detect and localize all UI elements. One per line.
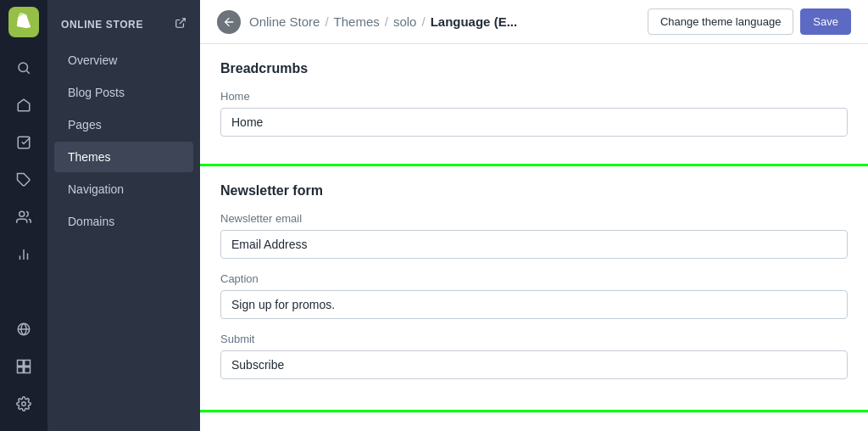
svg-point-13 xyxy=(22,402,26,406)
sidebar-item-themes[interactable]: Themes xyxy=(54,142,193,172)
home-field-label: Home xyxy=(220,90,848,103)
change-theme-language-button[interactable]: Change theme language xyxy=(648,8,793,35)
sidebar-title: Online Store xyxy=(61,19,143,31)
breadcrumb-solo[interactable]: solo xyxy=(393,14,417,29)
svg-rect-9 xyxy=(18,361,24,367)
home-field-group: Home xyxy=(220,90,848,137)
save-button[interactable]: Save xyxy=(800,8,851,35)
sidebar-item-navigation[interactable]: Navigation xyxy=(54,174,193,204)
search-section: Search xyxy=(200,412,868,431)
svg-rect-10 xyxy=(25,361,31,367)
svg-rect-12 xyxy=(25,367,31,373)
shopify-logo[interactable] xyxy=(8,7,39,37)
newsletter-email-input[interactable] xyxy=(220,230,848,259)
sidebar: Online Store Overview Blog Posts Pages T… xyxy=(47,0,200,431)
submit-label: Submit xyxy=(220,333,848,345)
back-button[interactable] xyxy=(217,10,241,34)
top-header: Online Store / Themes / solo / Language … xyxy=(200,0,868,44)
svg-line-14 xyxy=(180,19,185,24)
sidebar-item-blog-posts[interactable]: Blog Posts xyxy=(54,77,193,108)
newsletter-email-label: Newsletter email xyxy=(220,212,848,225)
svg-point-0 xyxy=(19,63,28,72)
home-field-input[interactable] xyxy=(220,108,848,137)
search-nav-icon[interactable] xyxy=(7,51,41,85)
breadcrumbs-section-title: Breadcrumbs xyxy=(220,61,848,76)
breadcrumb: Online Store / Themes / solo / Language … xyxy=(249,14,648,29)
main-area: Online Store / Themes / solo / Language … xyxy=(200,0,868,431)
newsletter-section-title: Newsletter form xyxy=(220,183,848,199)
svg-rect-2 xyxy=(18,137,30,148)
globe-nav-icon[interactable] xyxy=(7,312,41,346)
content-area: Breadcrumbs Home Newsletter form Newslet… xyxy=(200,44,868,431)
nav-bar xyxy=(0,0,47,431)
caption-input[interactable] xyxy=(220,290,848,319)
svg-line-1 xyxy=(26,70,29,73)
header-actions: Change theme language Save xyxy=(648,8,851,35)
svg-rect-11 xyxy=(18,367,24,373)
customers-nav-icon[interactable] xyxy=(7,200,41,234)
breadcrumb-sep2: / xyxy=(385,14,388,29)
newsletter-email-field-group: Newsletter email xyxy=(220,212,848,259)
newsletter-section: Newsletter form Newsletter email Caption… xyxy=(200,164,868,412)
breadcrumb-themes[interactable]: Themes xyxy=(334,14,380,29)
submit-field-group: Submit xyxy=(220,333,848,379)
breadcrumbs-section: Breadcrumbs Home xyxy=(200,44,868,164)
caption-label: Caption xyxy=(220,272,848,285)
caption-field-group: Caption xyxy=(220,272,848,319)
tag-nav-icon[interactable] xyxy=(7,163,41,197)
breadcrumb-current: Language (E... xyxy=(431,14,518,29)
submit-input[interactable] xyxy=(220,350,848,379)
sidebar-item-domains[interactable]: Domains xyxy=(54,206,193,237)
settings-nav-icon[interactable] xyxy=(7,387,41,421)
external-link-icon[interactable] xyxy=(175,17,186,31)
sidebar-item-overview[interactable]: Overview xyxy=(54,45,193,76)
home-nav-icon[interactable] xyxy=(7,88,41,122)
breadcrumb-sep1: / xyxy=(325,14,328,29)
sidebar-item-pages[interactable]: Pages xyxy=(54,109,193,140)
breadcrumb-sep3: / xyxy=(421,14,425,29)
orders-nav-icon[interactable] xyxy=(7,126,41,160)
apps-nav-icon[interactable] xyxy=(7,350,41,383)
analytics-nav-icon[interactable] xyxy=(7,238,41,271)
svg-point-3 xyxy=(19,211,25,216)
breadcrumb-online-store[interactable]: Online Store xyxy=(249,14,320,29)
sidebar-header: Online Store xyxy=(47,10,200,45)
